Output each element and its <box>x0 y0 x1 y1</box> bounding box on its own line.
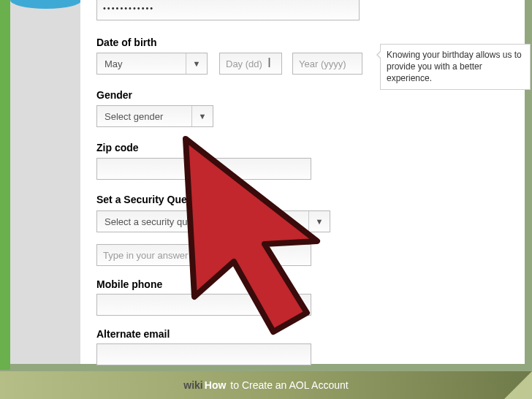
chevron-down-icon: ▼ <box>308 211 330 232</box>
alt-email-input[interactable] <box>96 343 311 365</box>
dob-tooltip: Knowing your birthday allows us to provi… <box>380 44 531 90</box>
alt-email-label: Alternate email <box>96 328 170 340</box>
signup-form-panel: •••••••••••• Date of birth May ▼ I Knowi… <box>80 0 525 364</box>
security-question-selected: Select a security question <box>103 216 308 227</box>
dob-day-input[interactable] <box>219 53 282 75</box>
dob-year-input[interactable] <box>292 53 362 75</box>
caption-how: How <box>205 379 227 391</box>
dob-month-select[interactable]: May ▼ <box>96 53 208 75</box>
chevron-down-icon: ▼ <box>186 53 207 74</box>
wikihow-caption-bar: wikiHow to Create an AOL Account <box>0 371 532 399</box>
gender-selected: Select gender <box>103 111 191 122</box>
password-masked-value: •••••••••••• <box>103 4 154 12</box>
mobile-input[interactable] <box>96 294 311 316</box>
dob-label: Date of birth <box>96 37 156 48</box>
caption-title: to Create an AOL Account <box>230 379 348 391</box>
password-field[interactable]: •••••••••••• <box>96 0 360 20</box>
mobile-label: Mobile phone <box>96 278 162 290</box>
caption-wiki: wiki <box>183 379 202 391</box>
zip-input[interactable] <box>96 158 311 180</box>
chevron-down-icon: ▼ <box>191 106 213 126</box>
gender-select[interactable]: Select gender ▼ <box>96 105 213 127</box>
zip-label: Zip code <box>96 142 139 153</box>
gender-label: Gender <box>96 89 132 101</box>
security-answer-input[interactable] <box>96 244 311 266</box>
security-question-select[interactable]: Select a security question ▼ <box>96 210 330 232</box>
security-question-label: Set a Security Question <box>96 194 211 205</box>
dob-tooltip-text: Knowing your birthday allows us to provi… <box>387 50 522 83</box>
dob-month-selected: May <box>103 58 186 69</box>
caption-corner-accent <box>504 371 532 399</box>
